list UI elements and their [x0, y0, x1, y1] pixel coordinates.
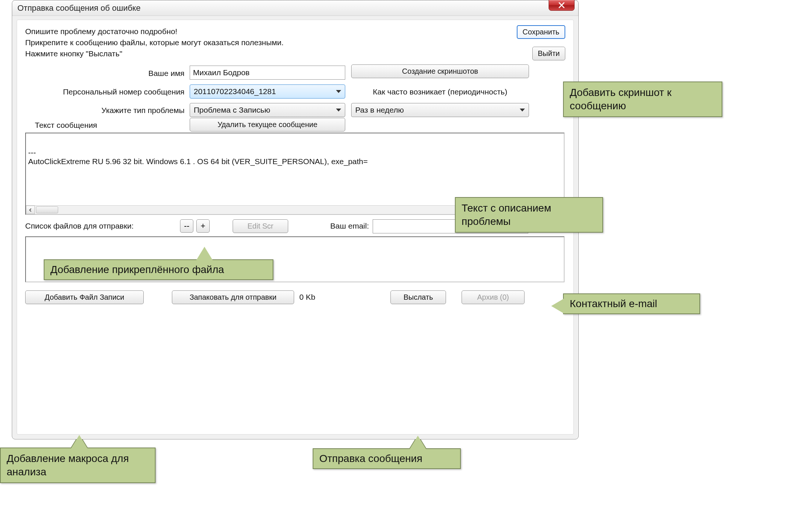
close-button[interactable] — [549, 0, 575, 11]
problem-type-label: Укажите тип проблемы — [25, 106, 184, 115]
add-record-file-button[interactable]: Добавить Файл Записи — [25, 290, 144, 304]
create-screenshots-button[interactable]: Создание скриншотов — [351, 64, 529, 78]
archive-button-label: Архив (0) — [477, 293, 509, 302]
add-file-button[interactable]: + — [196, 219, 210, 233]
frequency-select[interactable]: Раз в неделю — [351, 103, 529, 117]
callout-add-macro: Добавление макроса для анализа — [0, 448, 156, 483]
add-file-label: + — [201, 221, 206, 231]
frequency-label: Как часто возникает (периодичность) — [351, 87, 529, 96]
add-record-file-label: Добавить Файл Записи — [44, 293, 124, 302]
close-icon — [558, 1, 566, 9]
callout-add-attachment: Добавление прикреплённого файла — [44, 259, 273, 280]
edit-scr-label: Edit Scr — [247, 222, 273, 230]
pack-for-send-label: Запаковать для отправки — [190, 293, 277, 302]
msg-number-label: Персональный номер сообщения — [25, 87, 184, 96]
message-text-label: Текст сообщения — [35, 121, 142, 130]
callout-text: Отправка сообщения — [319, 453, 422, 464]
chevron-down-icon — [336, 90, 341, 93]
instruction-line: Нажмите кнопку "Выслать" — [25, 48, 284, 59]
message-line: AutoClickExtreme RU 5.96 32 bit. Windows… — [28, 157, 562, 166]
save-button-label: Сохранить — [523, 28, 559, 36]
chevron-down-icon — [520, 109, 525, 112]
edit-scr-button[interactable]: Edit Scr — [233, 219, 288, 233]
callout-text: Контактный e-mail — [570, 298, 657, 309]
problem-type-select[interactable]: Проблема с Записью — [190, 103, 345, 117]
email-label: Ваш email: — [321, 222, 369, 230]
archive-button[interactable]: Архив (0) — [462, 290, 525, 304]
callout-add-screenshot: Добавить скриншот к сообщению — [563, 82, 722, 117]
instruction-line: Опишите проблему достаточно подробно! — [25, 26, 284, 37]
callout-pointer-icon — [71, 435, 87, 448]
callout-problem-text: Текст с описанием проблемы — [455, 197, 603, 233]
msg-number-value: 20110702234046_1281 — [194, 87, 276, 96]
chevron-left-icon — [29, 208, 32, 212]
delete-current-button[interactable]: Удалить текущее сообщение — [190, 118, 345, 132]
save-button[interactable]: Сохранить — [517, 25, 565, 39]
frequency-value: Раз в неделю — [355, 106, 404, 114]
delete-current-label: Удалить текущее сообщение — [217, 120, 317, 129]
pack-for-send-button[interactable]: Запаковать для отправки — [172, 290, 294, 304]
name-input[interactable] — [190, 66, 345, 80]
chevron-down-icon — [336, 109, 341, 112]
exit-button[interactable]: Выйти — [532, 47, 565, 60]
exit-button-label: Выйти — [538, 49, 560, 58]
file-list-label: Список файлов для отправки: — [25, 222, 166, 230]
window-title: Отправка сообщения об ошибке — [17, 3, 140, 13]
message-line: --- — [28, 148, 562, 157]
remove-file-button[interactable]: -- — [180, 219, 193, 233]
scrollbar-thumb[interactable] — [36, 206, 58, 213]
callout-text: Текст с описанием проблемы — [462, 202, 551, 227]
scroll-left-button[interactable] — [26, 206, 35, 214]
callout-text: Добавить скриншот к сообщению — [570, 87, 672, 112]
titlebar: Отправка сообщения об ошибке — [12, 0, 578, 16]
callout-pointer-icon — [551, 299, 564, 313]
callout-pointer-icon — [196, 247, 213, 260]
callout-pointer-icon — [410, 436, 426, 449]
msg-number-select[interactable]: 20110702234046_1281 — [190, 84, 345, 99]
send-button[interactable]: Выслать — [390, 290, 446, 304]
callout-send-msg: Отправка сообщения — [313, 448, 461, 469]
callout-text: Добавление прикреплённого файла — [50, 264, 224, 275]
instructions: Опишите проблему достаточно подробно! Пр… — [25, 26, 284, 59]
callout-text: Добавление макроса для анализа — [7, 453, 129, 478]
message-content: --- AutoClickExtreme RU 5.96 32 bit. Win… — [26, 133, 564, 168]
instruction-line: Прикрепите к сообщению файлы, которые мо… — [25, 37, 284, 48]
send-button-label: Выслать — [403, 293, 433, 302]
create-screenshots-label: Создание скриншотов — [402, 67, 478, 76]
remove-file-label: -- — [184, 221, 190, 231]
size-label: 0 Kb — [299, 293, 329, 302]
your-name-label: Ваше имя — [25, 69, 184, 78]
callout-contact-email: Контактный e-mail — [563, 293, 700, 314]
problem-type-value: Проблема с Записью — [194, 106, 270, 114]
